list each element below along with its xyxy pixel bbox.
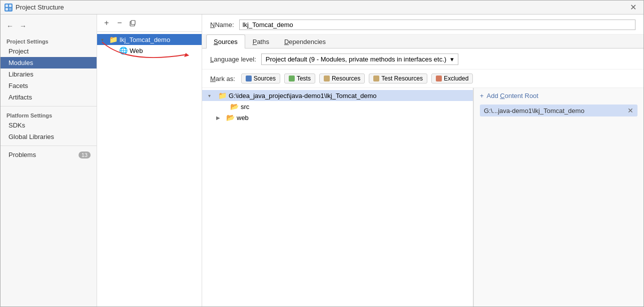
svg-rect-1 xyxy=(9,4,12,7)
platform-settings-section: Platform Settings xyxy=(1,110,97,120)
language-row: Language level: Project default (9 - Mod… xyxy=(202,48,643,70)
svg-rect-3 xyxy=(9,8,12,10)
module-name-input[interactable] xyxy=(239,20,635,30)
sidebar-item-artifacts[interactable]: Artifacts xyxy=(1,92,97,103)
sidebar-item-modules[interactable]: Modules xyxy=(1,57,97,68)
tree-item-label: lkj_Tomcat_demo xyxy=(120,36,170,44)
rtree-item-src[interactable]: 📂 src xyxy=(202,101,473,112)
folder-icon: 📁 xyxy=(218,92,227,100)
name-row: NName: xyxy=(202,14,643,34)
mark-tests-label: Tests xyxy=(297,75,311,82)
right-panel: NName: Sources Paths Dependencies xyxy=(202,14,643,306)
sources-dot xyxy=(246,76,252,82)
mark-test-resources-label: Test Resources xyxy=(381,75,423,82)
add-module-button[interactable]: + xyxy=(101,18,112,28)
mark-as-row: Mark as: Sources Tests Resources xyxy=(202,70,643,88)
mark-excluded-button[interactable]: Excluded xyxy=(431,74,473,84)
sidebar-item-global-libraries[interactable]: Global Libraries xyxy=(1,131,97,142)
sidebar-item-facets[interactable]: Facets xyxy=(1,80,97,92)
svg-rect-0 xyxy=(6,4,8,7)
tab-content-sources: Language level: Project default (9 - Mod… xyxy=(202,48,643,306)
folder-src-icon: 📂 xyxy=(230,102,239,110)
nav-back-button[interactable]: ← xyxy=(5,20,16,32)
dropdown-icon: ▾ xyxy=(450,56,454,63)
add-content-root-button[interactable]: + Add Content Root xyxy=(480,92,637,100)
add-content-root-label: Add Content Root xyxy=(487,92,538,100)
rtree-root-label: G:\idea_java_project\java-demo1\lkj_Tomc… xyxy=(229,92,377,100)
expand-web-icon: ▶ xyxy=(216,115,224,120)
sidebar-item-sdks[interactable]: SDKs xyxy=(1,120,97,131)
svg-rect-5 xyxy=(131,20,135,24)
mark-tests-button[interactable]: Tests xyxy=(284,74,315,84)
sidebar-problems[interactable]: Problems 13 xyxy=(1,149,97,160)
sidebar: ← → Project Settings Project Modules Lib… xyxy=(1,14,97,306)
tree-item-label: Web xyxy=(130,47,143,54)
tab-dependencies[interactable]: Dependencies xyxy=(277,34,333,48)
language-level-select[interactable]: Project default (9 - Modules, private me… xyxy=(261,54,458,65)
sidebar-nav: ← → xyxy=(1,18,97,36)
title-bar-left: Project Structure xyxy=(5,4,64,12)
expand-root-icon: ▾ xyxy=(208,93,216,98)
language-level-label: Language level: xyxy=(210,56,256,63)
mark-excluded-label: Excluded xyxy=(444,75,468,82)
excluded-dot xyxy=(436,76,442,82)
tab-sources[interactable]: Sources xyxy=(206,34,245,48)
mark-resources-button[interactable]: Resources xyxy=(319,74,365,84)
mark-resources-label: Resources xyxy=(332,75,360,82)
module-list-panel: + − ▾ 📁 lkj_Tomcat_demo xyxy=(97,14,202,306)
content-root-panel: + Add Content Root G:\...java-demo1\lkj_… xyxy=(473,88,643,306)
content-root-path: G:\...java-demo1\lkj_Tomcat_demo xyxy=(484,107,584,114)
module-tree: ▾ 📁 lkj_Tomcat_demo 🌐 Web xyxy=(97,32,202,306)
sidebar-item-libraries[interactable]: Libraries xyxy=(1,68,97,80)
project-structure-window: Project Structure ✕ ← → Project Settings… xyxy=(0,0,644,307)
language-select-value: Project default (9 - Modules, private me… xyxy=(266,56,446,63)
rtree-src-label: src xyxy=(241,103,249,110)
close-button[interactable]: ✕ xyxy=(627,2,639,13)
mark-sources-button[interactable]: Sources xyxy=(241,74,280,84)
folder-icon: 📁 xyxy=(109,36,118,44)
copy-module-button[interactable] xyxy=(127,18,138,28)
tree-item-root[interactable]: ▾ 📁 lkj_Tomcat_demo xyxy=(97,34,202,45)
sidebar-divider xyxy=(1,106,97,106)
rtree-item-root[interactable]: ▾ 📁 G:\idea_java_project\java-demo1\lkj_… xyxy=(202,90,473,101)
expand-icon: ▾ xyxy=(101,37,107,42)
mark-as-label: Mark as: xyxy=(210,75,235,82)
test-resources-dot xyxy=(373,76,379,82)
window-title: Project Structure xyxy=(16,4,64,11)
sources-tree-area: ▾ 📁 G:\idea_java_project\java-demo1\lkj_… xyxy=(202,88,643,306)
project-settings-section: Project Settings xyxy=(1,36,97,46)
tab-paths[interactable]: Paths xyxy=(245,34,277,48)
svg-rect-2 xyxy=(6,8,8,10)
mark-test-resources-button[interactable]: Test Resources xyxy=(369,74,427,84)
sidebar-item-project[interactable]: Project xyxy=(1,46,97,57)
rtree-item-web[interactable]: ▶ 📂 web xyxy=(202,112,473,123)
name-field-label: NName: xyxy=(210,21,234,28)
rtree-web-label: web xyxy=(237,114,249,122)
folder-web-icon: 🌐 xyxy=(119,46,128,54)
content-root-remove-button[interactable]: ✕ xyxy=(627,106,633,114)
tree-item-web[interactable]: 🌐 Web xyxy=(97,45,202,56)
folder-web-icon: 📂 xyxy=(226,114,235,122)
remove-module-button[interactable]: − xyxy=(114,18,125,28)
tests-dot xyxy=(289,76,295,82)
module-toolbar: + − xyxy=(97,14,202,32)
copy-icon xyxy=(129,19,137,27)
title-bar: Project Structure ✕ xyxy=(1,0,643,14)
problems-label: Problems xyxy=(9,151,36,158)
sidebar-divider-2 xyxy=(1,146,97,146)
content-roots-tree: ▾ 📁 G:\idea_java_project\java-demo1\lkj_… xyxy=(202,88,473,306)
tabs-row: Sources Paths Dependencies xyxy=(202,34,643,48)
problems-badge: 13 xyxy=(79,152,91,158)
add-icon: + xyxy=(480,92,484,100)
window-body: ← → Project Settings Project Modules Lib… xyxy=(1,14,643,306)
mark-sources-label: Sources xyxy=(254,75,276,82)
content-root-item: G:\...java-demo1\lkj_Tomcat_demo ✕ xyxy=(480,104,637,116)
app-icon xyxy=(5,4,13,12)
resources-dot xyxy=(324,76,330,82)
nav-forward-button[interactable]: → xyxy=(18,20,29,32)
